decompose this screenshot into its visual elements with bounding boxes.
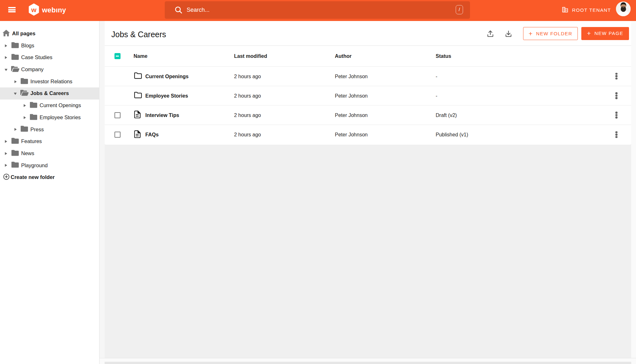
svg-text:w: w [31,6,37,13]
